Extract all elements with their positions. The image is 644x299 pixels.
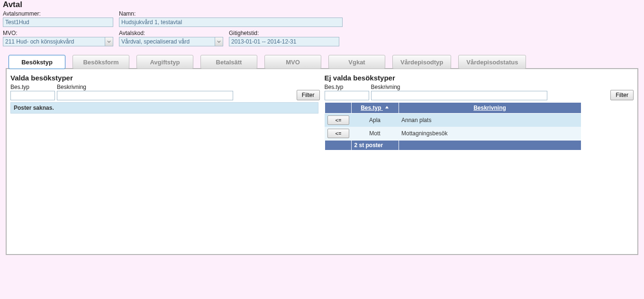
available-table: Bes.typ Beskrivning <= Apla: [325, 102, 581, 150]
tab-mvo[interactable]: MVO: [264, 55, 321, 69]
field-row-2: MVO: 211 Hud- och könssjukvård Avtalskod…: [3, 30, 641, 46]
available-filter-type-label: Bes.typ: [325, 84, 369, 90]
move-left-button[interactable]: <=: [327, 115, 349, 125]
giltighetstid-value: 2013-01-01 -- 2014-12-31: [229, 37, 339, 46]
selected-filter-desc-input[interactable]: [57, 91, 233, 100]
available-filter-type-input[interactable]: [325, 91, 369, 100]
tab-strip: Besökstyp Besöksform Avgiftstyp Betalsät…: [9, 55, 641, 69]
chevron-down-icon: [215, 37, 223, 46]
page-title: Avtal: [3, 0, 641, 9]
available-col-action: [325, 103, 351, 114]
tab-vgkat[interactable]: Vgkat: [328, 55, 385, 69]
namn-value: Hudsjukvård 1, testavtal: [119, 18, 343, 27]
selected-filter-desc-label: Beskrivning: [57, 84, 233, 90]
available-col-desc[interactable]: Beskrivning: [399, 103, 581, 114]
tab-besokstyp[interactable]: Besökstyp: [9, 55, 65, 69]
namn-label: Namn:: [119, 10, 343, 17]
selected-panel: Valda besökstyper Bes.typ Beskrivning Fi…: [10, 72, 320, 250]
avtalskod-label: Avtalskod:: [119, 30, 223, 36]
selected-title: Valda besökstyper: [10, 74, 320, 82]
available-col-type-label: Bes.typ: [361, 105, 381, 111]
mvo-value: 211 Hud- och könssjukvård: [3, 37, 105, 46]
available-filter-desc-label: Beskrivning: [371, 84, 547, 90]
selected-empty-message: Poster saknas.: [10, 102, 318, 114]
row-type: Apla: [351, 114, 399, 127]
mvo-label: MVO:: [3, 30, 113, 36]
table-row: <= Apla Annan plats: [325, 114, 581, 127]
available-filter-button[interactable]: Filter: [610, 90, 634, 100]
tab-vardepisodstatus[interactable]: Vårdepisodstatus: [458, 55, 526, 69]
mvo-select[interactable]: 211 Hud- och könssjukvård: [3, 37, 113, 46]
move-left-button[interactable]: <=: [327, 129, 349, 138]
selected-filter-type-input[interactable]: [10, 91, 55, 100]
avtalskod-select[interactable]: Vårdval, specialiserad vård: [119, 37, 223, 46]
sort-asc-icon: [385, 105, 389, 111]
tab-avgiftstyp[interactable]: Avgiftstyp: [136, 55, 193, 69]
table-footer: 2 st poster: [325, 141, 581, 150]
selected-filter-type-label: Bes.typ: [10, 84, 55, 90]
field-row-1: Avtalsnummer: Test1Hud Namn: Hudsjukvård…: [3, 10, 641, 27]
available-filter-desc-input[interactable]: [371, 91, 547, 100]
table-footer-count: 2 st poster: [351, 141, 399, 150]
table-row: <= Mott Mottagningsbesök: [325, 127, 581, 141]
available-col-type[interactable]: Bes.typ: [351, 103, 399, 114]
selected-filter-row: Bes.typ Beskrivning Filter: [10, 84, 320, 100]
giltighetstid-label: Gitighetstid:: [229, 30, 339, 36]
available-title: Ej valda besökstyper: [325, 74, 634, 82]
available-col-desc-label: Beskrivning: [473, 105, 506, 111]
available-filter-row: Bes.typ Beskrivning Filter: [325, 84, 634, 100]
avtalsnummer-label: Avtalsnummer:: [3, 10, 113, 17]
row-type: Mott: [351, 127, 399, 141]
tab-besoksform[interactable]: Besöksform: [73, 55, 129, 69]
avtalsnummer-value: Test1Hud: [3, 18, 113, 27]
chevron-down-icon: [105, 37, 113, 46]
tab-panel: Valda besökstyper Bes.typ Beskrivning Fi…: [6, 68, 638, 255]
avtalskod-value: Vårdval, specialiserad vård: [119, 37, 215, 46]
tab-vardepisodtyp[interactable]: Vårdepisodtyp: [392, 55, 451, 69]
tab-betalsatt[interactable]: Betalsätt: [200, 55, 257, 69]
available-panel: Ej valda besökstyper Bes.typ Beskrivning…: [325, 72, 634, 250]
row-desc: Mottagningsbesök: [399, 127, 581, 141]
selected-filter-button[interactable]: Filter: [297, 90, 320, 100]
row-desc: Annan plats: [399, 114, 581, 127]
